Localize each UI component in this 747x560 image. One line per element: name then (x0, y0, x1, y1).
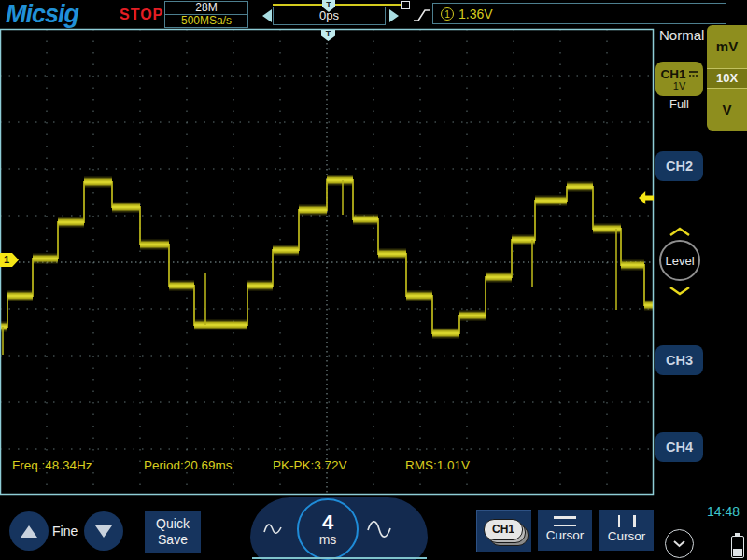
measurement-period: Period:20.69ms (144, 458, 233, 472)
measurement-pkpk: PK-PK:3.72V (273, 458, 347, 472)
horizontal-cursor-button[interactable]: Cursor (538, 510, 592, 551)
probe-attenuation[interactable]: 10X (707, 68, 747, 89)
measurement-rms: RMS:1.01V (405, 458, 470, 472)
timebase-indicator-line (252, 557, 427, 559)
timebase-value-knob[interactable]: 4 ms (297, 498, 359, 560)
scope-display[interactable] (0, 0, 747, 560)
horizontal-cursor-label: Cursor (546, 528, 585, 542)
unit-mv-button[interactable]: mV (707, 25, 747, 68)
timebase-faster-wave-icon[interactable] (366, 517, 392, 541)
ch1-label: CH1 (660, 67, 685, 81)
measurement-frequency: Freq.:48.34Hz (12, 458, 92, 472)
unit-v-button[interactable]: V (707, 89, 747, 132)
timebase-unit: ms (319, 533, 337, 547)
vertical-cursor-icon (618, 515, 636, 527)
ch1-button[interactable]: CH1 1V (655, 62, 703, 96)
timebase-value: 4 (322, 512, 333, 533)
timebase-slower-wave-icon[interactable] (261, 519, 284, 539)
ch1-scale: 1V (673, 81, 685, 91)
horizontal-cursor-icon (554, 516, 576, 526)
stacked-channel-icon: CH1 (484, 519, 523, 540)
dc-coupling-icon (688, 70, 698, 77)
vertical-scale-selector[interactable]: mV 10X V (707, 25, 747, 131)
channel-drag-button[interactable]: CH1 (476, 510, 531, 552)
vertical-cursor-button[interactable]: Cursor (599, 510, 654, 551)
oscilloscope-screen: { "header": { "logo": "Micsig", "acq_sta… (0, 0, 747, 560)
vertical-cursor-label: Cursor (608, 529, 646, 543)
